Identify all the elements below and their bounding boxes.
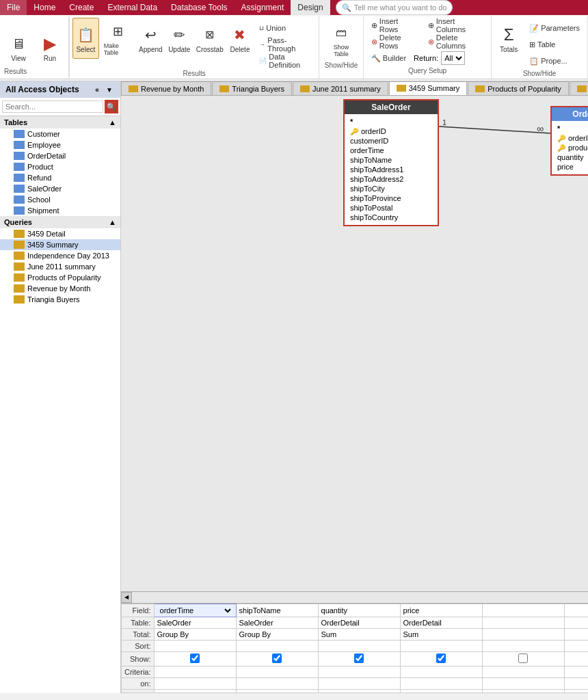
builder-button[interactable]: 🔨 Builder xyxy=(366,51,411,66)
menu-external-data[interactable]: External Data xyxy=(101,0,164,15)
show-checkbox-4[interactable] xyxy=(518,654,528,663)
tab-products[interactable]: Products of Popularity xyxy=(468,81,569,95)
tell-me-bar[interactable]: 🔍 Tell me what you want to do xyxy=(336,0,453,15)
or-cell-5[interactable] xyxy=(564,678,588,690)
menu-database-tools[interactable]: Database Tools xyxy=(164,0,235,15)
total-cell-1: Group By xyxy=(236,629,318,641)
tab-triangia-buyers[interactable]: Triangia Buyers xyxy=(212,81,292,95)
nav-item-product[interactable]: Product xyxy=(0,161,120,172)
menu-file[interactable]: File xyxy=(0,0,27,15)
run-button[interactable]: ▶ Run xyxy=(36,31,64,64)
queries-section-header[interactable]: Queries ▲ xyxy=(0,216,120,228)
table-cell-3: OrderDetail xyxy=(400,617,482,629)
return-select[interactable]: All xyxy=(441,51,465,65)
scroll-track[interactable] xyxy=(132,592,588,603)
update-button[interactable]: ✏ Update xyxy=(166,18,193,59)
search-button[interactable]: 🔍 xyxy=(105,100,118,113)
delete-rows-button[interactable]: ⊗ Delete Rows xyxy=(366,34,422,49)
nav-menu-button[interactable]: ▼ xyxy=(104,84,115,95)
nav-item-saleorder[interactable]: SaleOrder xyxy=(0,183,120,194)
query-icon-triangia xyxy=(14,295,25,304)
tab-label-3459summary: 3459 Summary xyxy=(409,84,460,92)
insert-rows-button[interactable]: ⊕ Insert Rows xyxy=(366,18,422,33)
show-cell-3 xyxy=(400,652,482,667)
criteria-cell-0[interactable] xyxy=(154,667,236,678)
delete-button[interactable]: ✖ Delete xyxy=(227,18,254,59)
nav-item-shipment[interactable]: Shipment xyxy=(0,205,120,216)
field-select-0[interactable]: orderTime xyxy=(157,606,233,615)
totals-button[interactable]: Σ Totals xyxy=(494,18,523,59)
nav-item-june2011[interactable]: June 2011 summary xyxy=(0,261,120,272)
nav-collapse-button[interactable]: « xyxy=(92,84,103,95)
menu-assignment[interactable]: Assignment xyxy=(235,0,291,15)
query-designer: SaleOrder * 🔑 orderID customerID orderTi… xyxy=(121,96,588,591)
query-icon-june2011 xyxy=(14,262,25,271)
svg-line-0 xyxy=(439,126,550,133)
menu-create[interactable]: Create xyxy=(62,0,101,15)
nav-item-customer[interactable]: Customer xyxy=(0,129,120,139)
saleorder-shiptocity: shipToCity xyxy=(350,184,432,193)
make-table-button[interactable]: ⊞ Make Table xyxy=(101,18,135,59)
show-table-button[interactable]: 🗃 Show Table xyxy=(323,19,359,60)
or-cell-2[interactable] xyxy=(318,678,400,690)
nav-item-3459summary[interactable]: 3459 Summary xyxy=(0,239,120,250)
nav-item-independence[interactable]: Independence Day 2013 xyxy=(0,250,120,261)
nav-item-triangia[interactable]: Triangia Buyers xyxy=(0,294,120,305)
return-label: Return: xyxy=(414,54,438,62)
nav-item-products[interactable]: Products of Popularity xyxy=(0,272,120,283)
or-cell-4[interactable] xyxy=(482,678,564,690)
tab-3459summary[interactable]: 3459 Summary xyxy=(389,81,468,95)
empty-cell-0[interactable] xyxy=(154,690,236,693)
criteria-cell-2[interactable] xyxy=(318,667,400,678)
criteria-cell-4[interactable] xyxy=(482,667,564,678)
nav-item-employee[interactable]: Employee xyxy=(0,139,120,150)
criteria-cell-3[interactable] xyxy=(400,667,482,678)
nav-item-3459detail[interactable]: 3459 Detail xyxy=(0,228,120,239)
table-orderdetail-body: * 🔑 orderID 🔑 productID quantity price xyxy=(552,121,588,174)
tab-revenue-by-month[interactable]: Revenue by Month xyxy=(121,81,211,95)
show-cell-4 xyxy=(482,652,564,667)
tables-section-header[interactable]: Tables ▲ xyxy=(0,116,120,129)
pass-through-button[interactable]: → Pass-Through xyxy=(254,37,316,52)
union-button[interactable]: ⊔ Union xyxy=(254,21,316,36)
parameters-button[interactable]: 📝 Parameters xyxy=(524,21,585,36)
data-definition-button[interactable]: 📄 Data Definition xyxy=(254,53,316,68)
scroll-left-button[interactable]: ◀ xyxy=(121,592,132,603)
field-cell-0[interactable]: orderTime xyxy=(154,604,236,617)
crosstab-button[interactable]: ⊠ Crosstab xyxy=(194,18,226,59)
criteria-cell-1[interactable] xyxy=(236,667,318,678)
tab-3459[interactable]: 3459 xyxy=(570,81,588,95)
nav-item-school[interactable]: School xyxy=(0,194,120,205)
ribbon-group-query-setup: ⊕ Insert Rows ⊗ Delete Rows ⊕ Insert Col… xyxy=(364,16,492,79)
view-button[interactable]: 🖥 View xyxy=(4,31,33,64)
select-button[interactable]: 📋 Select xyxy=(72,18,99,59)
menu-home[interactable]: Home xyxy=(27,0,62,15)
empty-cell-2[interactable] xyxy=(318,690,400,693)
menu-design[interactable]: Design xyxy=(291,0,330,15)
empty-cell-4[interactable] xyxy=(482,690,564,693)
show-checkbox-0[interactable] xyxy=(190,654,200,663)
or-cell-0[interactable] xyxy=(154,678,236,690)
append-button[interactable]: ↩ Append xyxy=(137,18,165,59)
total-cell-5 xyxy=(564,629,588,641)
insert-columns-button[interactable]: ⊕ Insert Columns xyxy=(423,18,488,33)
show-checkbox-3[interactable] xyxy=(436,654,446,663)
nav-item-orderdetail[interactable]: OrderDetail xyxy=(0,150,120,161)
show-checkbox-1[interactable] xyxy=(272,654,282,663)
show-checkbox-2[interactable] xyxy=(354,654,364,663)
or-cell-3[interactable] xyxy=(400,678,482,690)
criteria-cell-5[interactable] xyxy=(564,667,588,678)
search-input[interactable] xyxy=(2,100,103,113)
or-cell-1[interactable] xyxy=(236,678,318,690)
tab-june2011[interactable]: June 2011 summary xyxy=(293,81,388,95)
table-button[interactable]: ⊞ Table xyxy=(524,37,585,52)
saleorder-customerid: customerID xyxy=(350,136,432,146)
empty-cell-5[interactable] xyxy=(564,690,588,693)
delete-columns-button[interactable]: ⊗ Delete Columns xyxy=(423,34,488,49)
tab-label-june2011: June 2011 summary xyxy=(312,85,381,93)
nav-item-revenue[interactable]: Revenue by Month xyxy=(0,283,120,294)
nav-item-refund[interactable]: Refund xyxy=(0,172,120,183)
properties-button[interactable]: 📋 Prope... xyxy=(524,53,585,68)
empty-cell-1[interactable] xyxy=(236,690,318,693)
empty-cell-3[interactable] xyxy=(400,690,482,693)
